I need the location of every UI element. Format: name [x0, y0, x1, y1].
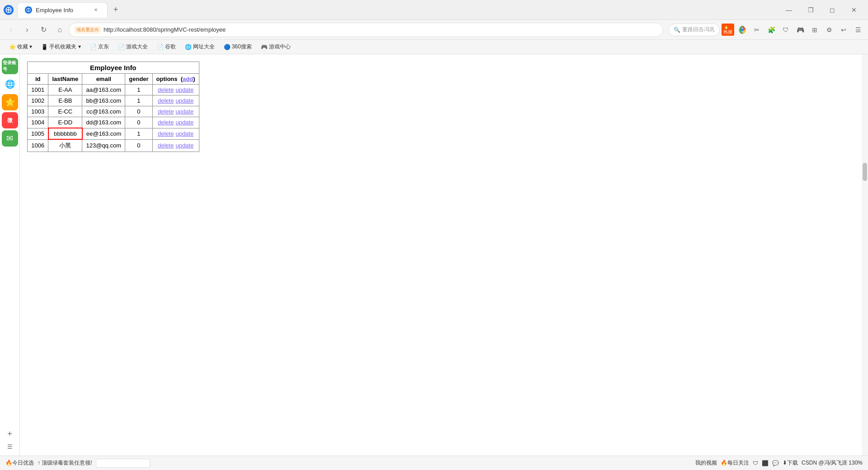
- bottom-today: 🔥今日优选: [5, 459, 34, 467]
- hot-search-btn[interactable]: 🔥热搜: [722, 24, 734, 36]
- search-icon: 🔍: [674, 27, 680, 33]
- sidebar-add-button[interactable]: +: [5, 428, 15, 439]
- bottom-csdn: CSDN @冯/风飞涯 130%: [802, 459, 863, 467]
- bookmark-games[interactable]: 📄 游戏大全: [114, 42, 151, 52]
- delete-link[interactable]: delete: [158, 119, 174, 126]
- refresh-button[interactable]: ↻: [36, 23, 51, 37]
- bottom-daily: 🔥每日关注: [721, 459, 749, 467]
- cell-id: 1004: [28, 117, 48, 128]
- bottom-search-input[interactable]: [96, 459, 150, 468]
- cell-id: 1005: [28, 128, 48, 139]
- delete-link[interactable]: delete: [158, 86, 174, 93]
- sidebar: 登录账号 🌐 ⭐ 微 ✉ + ☰: [0, 54, 20, 456]
- update-link[interactable]: update: [175, 130, 193, 137]
- cell-email: bb@163.com: [82, 95, 125, 106]
- cell-options: deleteupdate: [152, 106, 199, 117]
- scrollbar-thumb[interactable]: [863, 163, 867, 181]
- navigation-bar: ‹ › ↻ ⌂ 域名重定向 http://localhost:8080/spri…: [0, 20, 868, 40]
- sidebar-mail-icon[interactable]: ✉: [2, 130, 18, 147]
- cell-lastname: E-DD: [48, 117, 82, 128]
- cell-gender: 1: [125, 85, 152, 95]
- bookmark-label: 游戏中心: [269, 43, 291, 51]
- table-row: 1001E-AAaa@163.com1deleteupdate: [28, 85, 199, 95]
- delete-link[interactable]: delete: [158, 130, 174, 137]
- restore-button[interactable]: ❐: [800, 3, 821, 17]
- bottom-promo: ↑ 顶级绿毒套装任意领!: [38, 459, 92, 467]
- sidebar-star-icon[interactable]: ⭐: [2, 94, 18, 110]
- bookmark-jd[interactable]: 📄 京东: [86, 42, 113, 52]
- page-icon: 📄: [157, 44, 164, 50]
- grid-btn[interactable]: ⊞: [808, 24, 821, 36]
- extensions-btn[interactable]: 🧩: [765, 24, 778, 36]
- table-title: Employee Info: [28, 62, 199, 74]
- settings-btn[interactable]: ⚙: [823, 24, 835, 36]
- sidebar-globe-icon[interactable]: 🌐: [2, 76, 18, 92]
- hot-badge: 🔥热搜: [722, 24, 734, 36]
- undo-btn[interactable]: ↩: [837, 24, 850, 36]
- sidebar-login-icon[interactable]: 登录账号: [2, 58, 18, 74]
- cell-options: deleteupdate: [152, 139, 199, 152]
- scissors-icon-btn[interactable]: ✂: [750, 24, 763, 36]
- svg-point-5: [741, 28, 744, 31]
- sidebar-weibo-icon[interactable]: 微: [2, 112, 18, 128]
- bottom-icon1: 🛡: [753, 460, 758, 466]
- bottom-download: ⬇下载: [783, 459, 798, 467]
- update-link[interactable]: update: [175, 108, 193, 115]
- bottom-my-video: 我的视频: [695, 459, 717, 467]
- bookmark-label: 游戏大全: [126, 43, 148, 51]
- scrollbar[interactable]: [862, 54, 868, 456]
- sidebar-menu-button[interactable]: ☰: [5, 441, 15, 452]
- cell-lastname: bbbbbbb: [48, 128, 82, 139]
- update-link[interactable]: update: [175, 119, 193, 126]
- search-box[interactable]: 🔍 董路回击冯巩: [669, 24, 720, 36]
- tab-close-button[interactable]: ×: [92, 6, 100, 14]
- cell-id: 1002: [28, 95, 48, 106]
- bookmark-weblinks[interactable]: 🌐 网址大全: [181, 42, 218, 52]
- cell-options: deleteupdate: [152, 117, 199, 128]
- cell-gender: 0: [125, 117, 152, 128]
- bookmark-360[interactable]: 🔵 360搜索: [220, 42, 255, 52]
- forward-button[interactable]: ›: [20, 23, 34, 37]
- employee-table: Employee Info id lastName email gender o…: [27, 62, 199, 152]
- table-row: 1005bbbbbbbee@163.com1deleteupdate: [28, 128, 199, 139]
- cell-email: dd@163.com: [82, 117, 125, 128]
- col-id: id: [28, 74, 48, 85]
- minimize-button[interactable]: —: [778, 3, 799, 17]
- close-button[interactable]: ✕: [844, 3, 864, 17]
- cell-email: 123@qq.com: [82, 139, 125, 152]
- search-placeholder: 董路回击冯巩: [682, 26, 715, 33]
- cell-lastname: E-CC: [48, 106, 82, 117]
- browser-logo: [4, 5, 14, 15]
- bottom-bar: 🔥今日优选 ↑ 顶级绿毒套装任意领! 我的视频 🔥每日关注 🛡 ⬛ 💬 ⬇下载 …: [0, 456, 868, 470]
- delete-link[interactable]: delete: [158, 97, 174, 104]
- cell-id: 1006: [28, 139, 48, 152]
- address-bar[interactable]: 域名重定向 http://localhost:8080/springMVC-re…: [69, 23, 663, 37]
- update-link[interactable]: update: [175, 97, 193, 104]
- tab-bar: Employee Info × +: [17, 2, 778, 18]
- bookmark-mobile[interactable]: 📱 手机收藏夹 ▾: [38, 42, 84, 52]
- game-btn[interactable]: 🎮: [794, 24, 807, 36]
- home-button[interactable]: ⌂: [52, 23, 67, 37]
- bookmark-google[interactable]: 📄 谷歌: [153, 42, 179, 52]
- col-lastname: lastName: [48, 74, 82, 85]
- back-button[interactable]: ‹: [4, 23, 18, 37]
- active-tab[interactable]: Employee Info ×: [17, 2, 108, 18]
- window-controls: — ❐ ◻ ✕: [778, 3, 864, 17]
- maximize-button[interactable]: ◻: [822, 3, 843, 17]
- content-area: Employee Info id lastName email gender o…: [20, 54, 868, 456]
- shield-btn[interactable]: 🛡: [779, 24, 792, 36]
- menu-btn[interactable]: ☰: [852, 24, 864, 36]
- cell-gender: 1: [125, 128, 152, 139]
- bookmark-favorites[interactable]: ⭐ 收藏 ▾: [5, 42, 36, 52]
- update-link[interactable]: update: [175, 86, 193, 93]
- bookmark-game-center[interactable]: 🎮 游戏中心: [257, 42, 294, 52]
- add-link[interactable]: add: [183, 76, 193, 82]
- delete-link[interactable]: delete: [158, 108, 174, 115]
- mobile-icon: 📱: [41, 44, 48, 50]
- new-tab-button[interactable]: +: [109, 4, 122, 16]
- tab-title: Employee Info: [36, 7, 73, 14]
- update-link[interactable]: update: [175, 142, 193, 149]
- chrome-icon-btn[interactable]: [736, 24, 749, 36]
- cell-gender: 0: [125, 106, 152, 117]
- delete-link[interactable]: delete: [158, 142, 174, 149]
